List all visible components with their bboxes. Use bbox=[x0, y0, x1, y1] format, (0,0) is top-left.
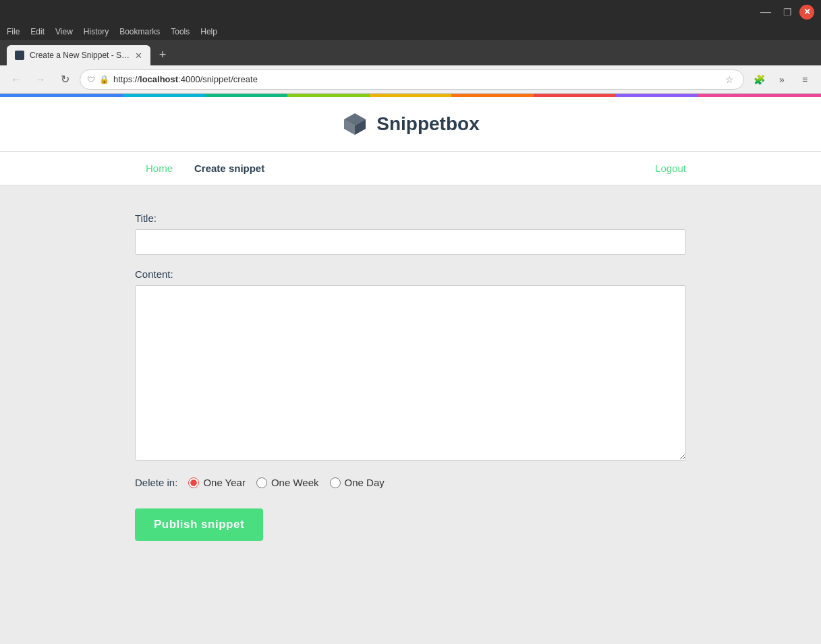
title-label: Title: bbox=[135, 212, 686, 224]
browser-menu-button[interactable]: ≡ bbox=[795, 70, 814, 89]
url-path: :4000/snippet/create bbox=[178, 74, 258, 84]
logo-icon bbox=[341, 111, 368, 138]
new-tab-button[interactable]: + bbox=[153, 45, 172, 64]
tab-favicon bbox=[15, 51, 24, 60]
url-prefix: https:// bbox=[113, 74, 140, 84]
menu-help[interactable]: Help bbox=[200, 27, 217, 36]
lock-icon: 🔒 bbox=[99, 75, 109, 84]
url-host: localhost bbox=[140, 74, 178, 84]
radio-one-day-label: One Day bbox=[345, 477, 385, 488]
minimize-button[interactable]: — bbox=[756, 3, 775, 22]
menu-bookmarks[interactable]: Bookmarks bbox=[119, 27, 160, 36]
extensions-button[interactable]: 🧩 bbox=[749, 70, 768, 89]
content-label: Content: bbox=[135, 268, 686, 280]
browser-menu-bar: File Edit View History Bookmarks Tools H… bbox=[0, 24, 821, 40]
radio-one-day[interactable] bbox=[330, 477, 341, 488]
reload-button[interactable]: ↻ bbox=[55, 70, 74, 89]
browser-tab-bar: Create a New Snippet - S… ✕ + bbox=[0, 40, 821, 65]
nav-logout[interactable]: Logout bbox=[655, 163, 686, 174]
radio-one-week-label: One Week bbox=[271, 477, 319, 488]
content-group: Content: bbox=[135, 268, 686, 463]
radio-one-day-option[interactable]: One Day bbox=[330, 477, 385, 488]
radio-one-week[interactable] bbox=[256, 477, 267, 488]
menu-tools[interactable]: Tools bbox=[171, 27, 190, 36]
restore-button[interactable]: ❐ bbox=[778, 3, 797, 22]
tab-title: Create a New Snippet - S… bbox=[30, 51, 130, 60]
forward-button[interactable]: → bbox=[31, 70, 50, 89]
radio-one-year-option[interactable]: One Year bbox=[188, 477, 246, 488]
overflow-button[interactable]: » bbox=[772, 70, 791, 89]
address-bar[interactable]: 🛡 🔒 https://localhost:4000/snippet/creat… bbox=[80, 69, 744, 90]
browser-toolbar: ← → ↻ 🛡 🔒 https://localhost:4000/snippet… bbox=[0, 65, 821, 94]
app-logo-text: Snippetbox bbox=[376, 113, 479, 135]
app-content: Title: Content: Delete in: One Year One … bbox=[0, 185, 821, 644]
window-controls: — ❐ ✕ bbox=[756, 3, 814, 22]
nav-home[interactable]: Home bbox=[135, 153, 183, 183]
radio-one-year[interactable] bbox=[188, 477, 199, 488]
bookmark-star-icon[interactable]: ☆ bbox=[723, 71, 737, 88]
tab-close-button[interactable]: ✕ bbox=[135, 51, 142, 61]
close-button[interactable]: ✕ bbox=[799, 5, 814, 20]
radio-one-year-label: One Year bbox=[203, 477, 246, 488]
menu-file[interactable]: File bbox=[7, 27, 20, 36]
delete-in-label: Delete in: bbox=[135, 477, 177, 488]
shield-icon: 🛡 bbox=[87, 75, 95, 84]
menu-history[interactable]: History bbox=[84, 27, 109, 36]
nav-create-snippet[interactable]: Create snippet bbox=[183, 153, 275, 183]
menu-view[interactable]: View bbox=[55, 27, 73, 36]
browser-titlebar: — ❐ ✕ bbox=[0, 0, 821, 24]
app-nav: Home Create snippet Logout bbox=[0, 152, 821, 185]
content-textarea[interactable] bbox=[135, 285, 686, 461]
radio-one-week-option[interactable]: One Week bbox=[256, 477, 319, 488]
active-tab[interactable]: Create a New Snippet - S… ✕ bbox=[7, 45, 150, 65]
app-logo: Snippetbox bbox=[341, 111, 479, 138]
title-input[interactable] bbox=[135, 229, 686, 255]
toolbar-right: 🧩 » ≡ bbox=[749, 70, 814, 89]
publish-snippet-button[interactable]: Publish snippet bbox=[135, 508, 263, 541]
title-group: Title: bbox=[135, 212, 686, 255]
url-display: https://localhost:4000/snippet/create bbox=[113, 74, 718, 84]
create-snippet-form: Title: Content: Delete in: One Year One … bbox=[135, 212, 686, 541]
delete-in-group: Delete in: One Year One Week One Day bbox=[135, 477, 686, 488]
menu-edit[interactable]: Edit bbox=[30, 27, 45, 36]
back-button[interactable]: ← bbox=[7, 70, 26, 89]
app-header: Snippetbox bbox=[0, 97, 821, 152]
